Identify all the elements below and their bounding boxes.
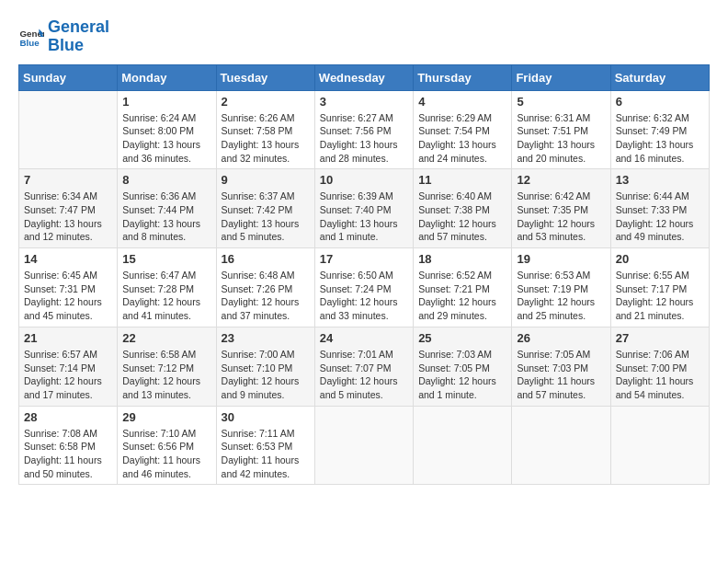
day-number: 30 [222,410,310,424]
day-info: Sunrise: 6:40 AM Sunset: 7:38 PM Dayligh… [418,190,506,244]
calendar-cell: 6Sunrise: 6:32 AM Sunset: 7:49 PM Daylig… [610,90,709,169]
day-number: 6 [616,95,704,109]
calendar-cell: 17Sunrise: 6:50 AM Sunset: 7:24 PM Dayli… [314,248,413,327]
weekday-header-monday: Monday [118,64,216,90]
calendar-cell: 4Sunrise: 6:29 AM Sunset: 7:54 PM Daylig… [414,90,512,169]
weekday-header-row: SundayMondayTuesdayWednesdayThursdayFrid… [19,64,710,90]
calendar-cell: 20Sunrise: 6:55 AM Sunset: 7:17 PM Dayli… [610,248,709,327]
day-number: 7 [24,173,112,187]
day-info: Sunrise: 7:00 AM Sunset: 7:10 PM Dayligh… [222,348,310,402]
calendar-cell: 9Sunrise: 6:37 AM Sunset: 7:42 PM Daylig… [216,169,314,248]
day-number: 16 [222,252,310,266]
day-number: 8 [122,173,210,187]
calendar-cell: 24Sunrise: 7:01 AM Sunset: 7:07 PM Dayli… [314,327,413,406]
day-info: Sunrise: 7:11 AM Sunset: 6:53 PM Dayligh… [222,427,310,481]
day-info: Sunrise: 6:52 AM Sunset: 7:21 PM Dayligh… [418,269,506,323]
calendar-cell: 5Sunrise: 6:31 AM Sunset: 7:51 PM Daylig… [512,90,610,169]
logo-text-line2: Blue [48,37,109,55]
calendar-week-row: 21Sunrise: 6:57 AM Sunset: 7:14 PM Dayli… [19,327,710,406]
day-number: 5 [517,95,605,109]
day-number: 25 [418,331,506,345]
calendar-cell: 3Sunrise: 6:27 AM Sunset: 7:56 PM Daylig… [314,90,413,169]
calendar-cell: 12Sunrise: 6:42 AM Sunset: 7:35 PM Dayli… [512,169,610,248]
day-number: 13 [616,173,704,187]
day-info: Sunrise: 7:08 AM Sunset: 6:58 PM Dayligh… [24,427,112,481]
day-number: 29 [122,410,210,424]
day-info: Sunrise: 6:29 AM Sunset: 7:54 PM Dayligh… [418,111,506,166]
day-info: Sunrise: 6:42 AM Sunset: 7:35 PM Dayligh… [517,190,605,244]
day-number: 28 [24,410,112,424]
calendar-cell: 21Sunrise: 6:57 AM Sunset: 7:14 PM Dayli… [19,327,118,406]
calendar-cell [610,406,709,485]
day-number: 22 [122,331,210,345]
day-number: 3 [320,95,408,109]
calendar-cell: 15Sunrise: 6:47 AM Sunset: 7:28 PM Dayli… [118,248,216,327]
calendar-cell: 27Sunrise: 7:06 AM Sunset: 7:00 PM Dayli… [610,327,709,406]
day-info: Sunrise: 7:05 AM Sunset: 7:03 PM Dayligh… [517,348,605,402]
calendar-cell: 30Sunrise: 7:11 AM Sunset: 6:53 PM Dayli… [216,406,314,485]
day-info: Sunrise: 6:45 AM Sunset: 7:31 PM Dayligh… [24,269,112,323]
calendar-cell: 8Sunrise: 6:36 AM Sunset: 7:44 PM Daylig… [118,169,216,248]
day-number: 14 [24,252,112,266]
day-number: 21 [24,331,112,345]
day-number: 12 [517,173,605,187]
day-number: 1 [122,95,210,109]
calendar-week-row: 14Sunrise: 6:45 AM Sunset: 7:31 PM Dayli… [19,248,710,327]
calendar-cell: 29Sunrise: 7:10 AM Sunset: 6:56 PM Dayli… [118,406,216,485]
weekday-header-friday: Friday [512,64,610,90]
day-info: Sunrise: 7:10 AM Sunset: 6:56 PM Dayligh… [122,427,210,481]
calendar-cell [414,406,512,485]
day-number: 11 [418,173,506,187]
day-info: Sunrise: 7:06 AM Sunset: 7:00 PM Dayligh… [616,348,704,402]
calendar-cell: 10Sunrise: 6:39 AM Sunset: 7:40 PM Dayli… [314,169,413,248]
day-number: 26 [517,331,605,345]
logo-icon: General Blue [18,24,44,50]
logo: General Blue General Blue [18,18,109,55]
calendar-cell [512,406,610,485]
day-info: Sunrise: 6:34 AM Sunset: 7:47 PM Dayligh… [24,190,112,244]
day-info: Sunrise: 7:03 AM Sunset: 7:05 PM Dayligh… [418,348,506,402]
day-info: Sunrise: 6:47 AM Sunset: 7:28 PM Dayligh… [122,269,210,323]
day-info: Sunrise: 6:58 AM Sunset: 7:12 PM Dayligh… [122,348,210,402]
day-info: Sunrise: 6:48 AM Sunset: 7:26 PM Dayligh… [222,269,310,323]
day-info: Sunrise: 6:44 AM Sunset: 7:33 PM Dayligh… [616,190,704,244]
svg-text:Blue: Blue [19,38,40,48]
day-info: Sunrise: 6:32 AM Sunset: 7:49 PM Dayligh… [616,111,704,166]
day-number: 19 [517,252,605,266]
day-info: Sunrise: 6:37 AM Sunset: 7:42 PM Dayligh… [222,190,310,244]
calendar-cell: 7Sunrise: 6:34 AM Sunset: 7:47 PM Daylig… [19,169,118,248]
weekday-header-wednesday: Wednesday [314,64,413,90]
weekday-header-sunday: Sunday [19,64,118,90]
logo-text-line1: General [48,18,109,37]
calendar-cell: 1Sunrise: 6:24 AM Sunset: 8:00 PM Daylig… [118,90,216,169]
day-number: 23 [222,331,310,345]
weekday-header-saturday: Saturday [610,64,709,90]
calendar-cell: 16Sunrise: 6:48 AM Sunset: 7:26 PM Dayli… [216,248,314,327]
day-number: 15 [122,252,210,266]
calendar-cell: 28Sunrise: 7:08 AM Sunset: 6:58 PM Dayli… [19,406,118,485]
day-number: 9 [222,173,310,187]
day-number: 2 [222,95,310,109]
calendar-week-row: 1Sunrise: 6:24 AM Sunset: 8:00 PM Daylig… [19,90,710,169]
page-header: General Blue General Blue [18,18,710,55]
day-number: 24 [320,331,408,345]
day-number: 20 [616,252,704,266]
calendar-week-row: 28Sunrise: 7:08 AM Sunset: 6:58 PM Dayli… [19,406,710,485]
calendar-cell: 2Sunrise: 6:26 AM Sunset: 7:58 PM Daylig… [216,90,314,169]
calendar-cell: 22Sunrise: 6:58 AM Sunset: 7:12 PM Dayli… [118,327,216,406]
weekday-header-thursday: Thursday [414,64,512,90]
day-number: 4 [418,95,506,109]
day-info: Sunrise: 6:24 AM Sunset: 8:00 PM Dayligh… [122,111,210,166]
calendar-cell: 18Sunrise: 6:52 AM Sunset: 7:21 PM Dayli… [414,248,512,327]
day-info: Sunrise: 6:36 AM Sunset: 7:44 PM Dayligh… [122,190,210,244]
calendar-cell: 19Sunrise: 6:53 AM Sunset: 7:19 PM Dayli… [512,248,610,327]
day-info: Sunrise: 6:57 AM Sunset: 7:14 PM Dayligh… [24,348,112,402]
day-info: Sunrise: 6:27 AM Sunset: 7:56 PM Dayligh… [320,111,408,166]
day-info: Sunrise: 6:53 AM Sunset: 7:19 PM Dayligh… [517,269,605,323]
calendar-cell: 23Sunrise: 7:00 AM Sunset: 7:10 PM Dayli… [216,327,314,406]
day-info: Sunrise: 6:39 AM Sunset: 7:40 PM Dayligh… [320,190,408,244]
day-number: 27 [616,331,704,345]
calendar-week-row: 7Sunrise: 6:34 AM Sunset: 7:47 PM Daylig… [19,169,710,248]
calendar-cell: 26Sunrise: 7:05 AM Sunset: 7:03 PM Dayli… [512,327,610,406]
calendar-cell: 13Sunrise: 6:44 AM Sunset: 7:33 PM Dayli… [610,169,709,248]
